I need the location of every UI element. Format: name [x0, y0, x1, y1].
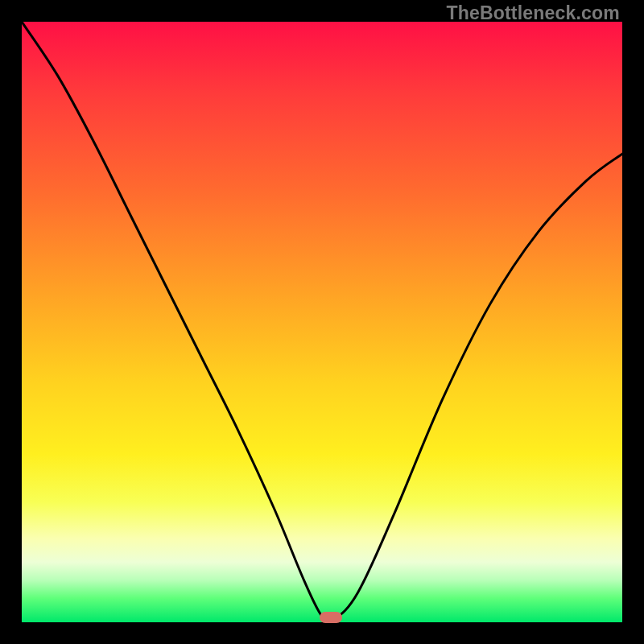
watermark-text: TheBottleneck.com — [446, 2, 620, 24]
plot-area — [22, 22, 622, 622]
optimum-marker — [320, 612, 342, 623]
chart-frame: TheBottleneck.com — [0, 0, 644, 644]
bottleneck-curve — [22, 22, 622, 622]
